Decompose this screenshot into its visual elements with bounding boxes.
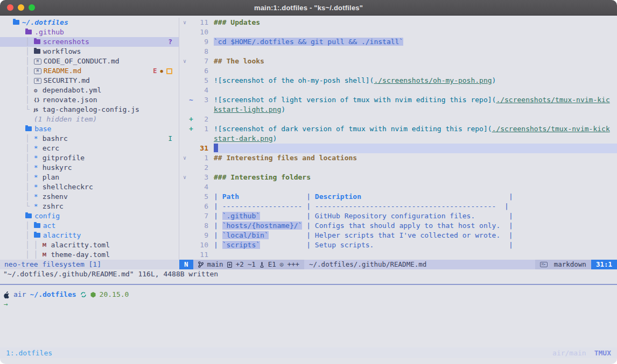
fold-column bbox=[181, 192, 188, 202]
line-number: 3 bbox=[194, 173, 208, 182]
text-segment: ![screenshot of dark version of tmux wit… bbox=[214, 125, 492, 133]
minimize-button[interactable] bbox=[18, 4, 24, 11]
sidebar-item[interactable]: │ *huskyrc bbox=[0, 163, 179, 173]
sidebar-item[interactable]: │ workflows bbox=[0, 47, 179, 56]
fold-chevron-icon[interactable]: ∨ bbox=[181, 153, 188, 163]
tree-guide: │ │ bbox=[4, 240, 42, 250]
editor-line[interactable]: ∨7## The looks bbox=[179, 56, 617, 66]
editor-line[interactable]: 4 bbox=[179, 85, 617, 95]
sidebar-item[interactable]: │ *plan bbox=[0, 173, 179, 182]
git-branch-icon bbox=[198, 261, 204, 268]
status-badge: ● bbox=[160, 69, 163, 74]
folder-icon bbox=[34, 49, 40, 54]
sidebar-item-label: theme-day.toml bbox=[51, 250, 110, 260]
editor-line[interactable]: start-dark.png) bbox=[179, 134, 617, 144]
sidebar-item[interactable]: │ │ Malacritty.toml bbox=[0, 240, 179, 250]
sidebar-item[interactable]: base bbox=[0, 124, 179, 134]
sidebar-item-label: ~/.dotfiles bbox=[22, 18, 68, 27]
sidebar-item[interactable]: (1 hidden item) bbox=[0, 115, 179, 124]
sidebar-item[interactable]: └ JStag-changelog-config.js bbox=[0, 105, 179, 115]
editor-line[interactable]: 8| `hosts/{hostname}/` | Configs that sh… bbox=[179, 221, 617, 231]
sidebar-item[interactable]: │ *shellcheckrc bbox=[0, 182, 179, 192]
fold-chevron-icon[interactable]: ∨ bbox=[181, 18, 188, 27]
editor-line[interactable]: 5| Path | Description | bbox=[179, 192, 617, 202]
folder-icon bbox=[34, 39, 40, 44]
filepath-section: ~/.dotfiles/.github/README.md bbox=[304, 260, 535, 269]
asterisk-icon: * bbox=[34, 182, 41, 192]
markdown-link[interactable]: ./screenshots/tmux-nvim-kic bbox=[496, 96, 609, 104]
sidebar-item[interactable]: ~/.dotfiles bbox=[0, 18, 179, 27]
editor-line[interactable]: 6 bbox=[179, 66, 617, 76]
sidebar-item[interactable]: └ *zshrc bbox=[0, 202, 179, 211]
text-segment: | bbox=[214, 212, 222, 220]
editor-line[interactable]: 8 bbox=[179, 47, 617, 56]
sidebar-item-label: act bbox=[43, 221, 55, 231]
sidebar-item[interactable]: │ screenshots? bbox=[0, 37, 179, 47]
fold-chevron-icon[interactable]: ∨ bbox=[181, 173, 188, 182]
editor-pane[interactable]: ∨11### Updates109`cd $HOME/.dotfiles && … bbox=[179, 18, 617, 260]
titlebar: main:1:.dotfiles - "ks~/.dotfiles" bbox=[0, 0, 617, 16]
sidebar-item[interactable]: │ {}renovate.json bbox=[0, 95, 179, 105]
markdown-link[interactable]: kstart-light.png bbox=[214, 105, 281, 113]
cursor-position: 31:1 bbox=[591, 260, 617, 269]
editor-line[interactable]: ∨11### Updates bbox=[179, 18, 617, 27]
sidebar-item[interactable]: │ act bbox=[0, 221, 179, 231]
sidebar-item[interactable]: │ *gitprofile bbox=[0, 153, 179, 163]
git-section: main +2 ~1 E1 ◎ +++ bbox=[193, 260, 305, 269]
text-segment: | bbox=[239, 192, 315, 201]
sidebar-item[interactable]: │ │ Mtheme-day.toml bbox=[0, 250, 179, 260]
line-number: 5 bbox=[194, 76, 208, 85]
sidebar-item[interactable]: │ MSECURITY.md bbox=[0, 76, 179, 85]
fold-chevron-icon[interactable]: ∨ bbox=[181, 56, 188, 66]
tmux-window-tab[interactable]: 1:.dotfiles bbox=[6, 349, 52, 357]
editor-line[interactable]: 4 bbox=[179, 182, 617, 192]
sidebar-item[interactable]: .github bbox=[0, 27, 179, 37]
markdown-link[interactable]: ./screenshots/oh-my-posh.png bbox=[374, 76, 492, 84]
line-number: 4 bbox=[194, 85, 208, 95]
sidebar-item[interactable]: │ alacritty bbox=[0, 231, 179, 240]
editor-line[interactable]: +1![screenshot of dark version of tmux w… bbox=[179, 124, 617, 134]
tmux-pane-border[interactable] bbox=[0, 284, 617, 285]
sidebar-item[interactable]: │ *zshenv bbox=[0, 192, 179, 202]
editor-line[interactable]: 10 bbox=[179, 27, 617, 37]
tree-guide: │ bbox=[4, 182, 34, 192]
editor-line[interactable]: ∨3### Interesting folders bbox=[179, 173, 617, 182]
editor-line[interactable]: 9| `local/bin` | Helper scripts that I'v… bbox=[179, 231, 617, 240]
sidebar-item[interactable]: │ *bashrcI bbox=[0, 134, 179, 144]
fold-column bbox=[181, 163, 188, 173]
sidebar-item[interactable]: config bbox=[0, 211, 179, 221]
prompt-input-line[interactable]: → bbox=[0, 299, 617, 309]
sidebar-item-label: zshenv bbox=[43, 192, 68, 202]
markdown-link[interactable]: ./screenshots/tmux-nvim-kick bbox=[492, 125, 610, 133]
line-text: kstart-light.png) bbox=[214, 105, 617, 115]
editor-line[interactable]: 7| `.github` | GitHub Repository configu… bbox=[179, 211, 617, 221]
shell-pane[interactable]: air ~/.dotfiles 20.15.0 → bbox=[0, 290, 617, 309]
editor-line[interactable]: 6| ------------------- | ---------------… bbox=[179, 202, 617, 211]
sidebar-item[interactable]: │ MREADME.mdE● bbox=[0, 66, 179, 76]
editor-line[interactable]: 2 bbox=[179, 163, 617, 173]
sidebar-item[interactable]: │ ⚙dependabot.yml bbox=[0, 85, 179, 95]
editor-line[interactable]: 11 bbox=[179, 250, 617, 260]
markdown-link[interactable]: start-dark.png bbox=[214, 134, 273, 142]
line-number: 3 bbox=[194, 95, 208, 105]
editor-line[interactable]: 10| `scripts` | Setup scripts. | bbox=[179, 240, 617, 250]
tree-guide: └ bbox=[4, 202, 34, 211]
sidebar-item[interactable]: │ *ecrc bbox=[0, 144, 179, 153]
editor-line[interactable]: 9`cd $HOME/.dotfiles && git pull && ./in… bbox=[179, 37, 617, 47]
editor-line[interactable]: kstart-light.png) bbox=[179, 105, 617, 115]
text-segment: | GitHub Repository configuration files.… bbox=[260, 212, 513, 220]
editor-line[interactable]: 5![screenshot of the oh-my-posh shell](.… bbox=[179, 76, 617, 85]
editor-line[interactable]: 31 bbox=[179, 144, 617, 153]
text-segment: Description bbox=[315, 192, 361, 201]
text-segment: ## Interesting files and locations bbox=[214, 154, 357, 162]
folder-icon bbox=[25, 30, 32, 34]
close-button[interactable] bbox=[7, 4, 13, 11]
editor-line[interactable]: ∨1## Interesting files and locations bbox=[179, 153, 617, 163]
sign-column bbox=[188, 47, 194, 56]
zoom-button[interactable] bbox=[29, 4, 35, 11]
editor-line[interactable]: ~3![screenshot of light version of tmux … bbox=[179, 95, 617, 105]
markdown-icon: M▾ bbox=[540, 262, 548, 267]
sidebar-item[interactable]: │ MCODE_OF_CONDUCT.md bbox=[0, 56, 179, 66]
sidebar-item-label: dependabot.yml bbox=[43, 85, 102, 95]
editor-line[interactable]: +2 bbox=[179, 115, 617, 124]
